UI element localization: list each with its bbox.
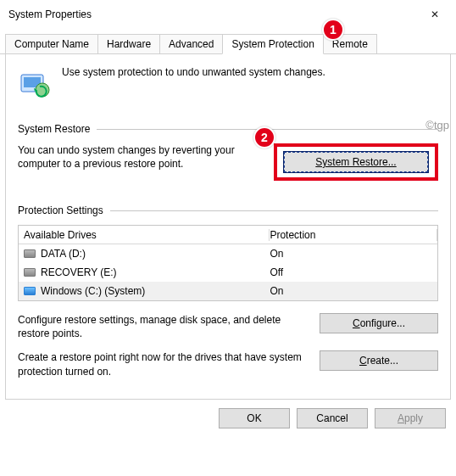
create-button[interactable]: Create... [320,350,438,371]
create-description: Create a restore point right now for the… [18,350,308,378]
ok-button[interactable]: OK [219,408,290,428]
window-title: System Properties [8,8,92,20]
drive-icon [24,268,36,277]
drive-icon [24,249,36,258]
windows-drive-icon [24,287,36,295]
drive-row[interactable]: DATA (D:) On [19,244,437,263]
drive-row[interactable]: RECOVERY (E:) Off [19,263,437,282]
configure-button[interactable]: Configure... [320,313,438,333]
column-header-drives[interactable]: Available Drives [19,229,270,241]
section-protection-settings-title: Protection Settings [18,204,103,216]
tab-advanced[interactable]: Advanced [159,34,223,53]
system-restore-button[interactable]: System Restore... [284,152,428,172]
divider [110,210,438,211]
tab-computer-name[interactable]: Computer Name [5,34,98,53]
drives-list: Available Drives Protection DATA (D:) On… [18,225,438,301]
tab-system-protection[interactable]: System Protection [222,34,323,54]
column-header-protection[interactable]: Protection [270,229,437,241]
apply-button: Apply [375,408,446,428]
tab-hardware[interactable]: Hardware [97,34,160,53]
tab-remote[interactable]: Remote [323,34,377,53]
dialog-footer: OK Cancel Apply [0,400,456,434]
system-protection-icon [18,66,52,103]
system-restore-description: You can undo system changes by reverting… [18,143,262,171]
close-icon[interactable]: ✕ [422,8,448,20]
watermark-text: ©tgp [425,119,449,132]
configure-description: Configure restore settings, manage disk … [18,313,308,340]
section-system-restore-title: System Restore [18,123,90,135]
cancel-button[interactable]: Cancel [297,408,368,428]
intro-text: Use system protection to undo unwanted s… [62,66,325,78]
tab-bar: Computer Name Hardware Advanced System P… [0,34,456,54]
annotation-highlight-restore: 2 System Restore... [274,143,438,181]
divider [97,129,438,130]
drive-row[interactable]: Windows (C:) (System) On [19,282,437,300]
